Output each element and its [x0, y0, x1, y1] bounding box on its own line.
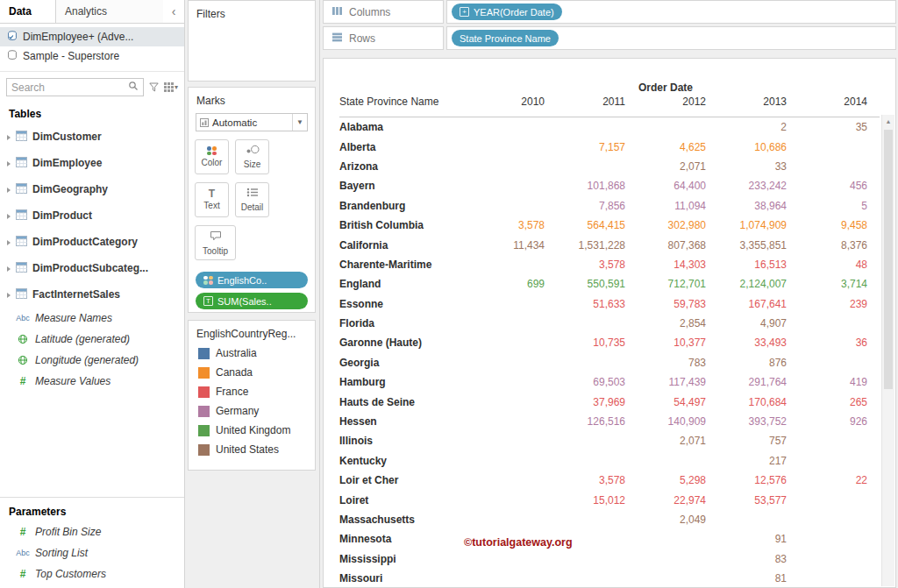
state-name: Loir et Cher — [339, 474, 464, 486]
table-row[interactable]: Arizona2,07133 — [339, 157, 895, 176]
legend-item[interactable]: United States — [189, 440, 315, 459]
marks-card: Marks Automatic ▼ Color Size T Text Deta… — [188, 87, 316, 313]
year-header[interactable]: 2010 — [464, 96, 545, 108]
filters-card[interactable]: Filters — [188, 0, 316, 81]
year-header[interactable]: 2011 — [545, 96, 625, 108]
expand-chevron-icon[interactable] — [7, 131, 11, 143]
table-row[interactable]: Kentucky217 — [339, 451, 895, 471]
table-row[interactable]: Florida2,8544,907 — [339, 314, 895, 333]
expand-chevron-icon[interactable] — [7, 288, 11, 301]
sidebar-table-item[interactable]: FactInternetSales — [0, 281, 184, 308]
state-name: Massachusetts — [339, 514, 464, 526]
parameter-item[interactable]: AbcSorting List — [0, 542, 184, 563]
sidebar-table-item[interactable]: DimEmployee — [0, 150, 184, 176]
state-name: Arizona — [339, 160, 464, 173]
table-row[interactable]: Georgia783876 — [339, 353, 895, 372]
legend-item[interactable]: France — [189, 382, 315, 401]
sidebar-table-item[interactable]: DimCustomer — [0, 124, 184, 150]
columns-shelf[interactable]: + YEAR(Order Date) — [446, 0, 896, 24]
legend-item[interactable]: United Kingdom — [189, 421, 315, 440]
size-button[interactable]: Size — [235, 139, 269, 174]
datasource-icon — [7, 31, 18, 44]
table-row[interactable]: California11,4341,531,228807,3683,355,85… — [339, 235, 895, 254]
rows-shelf[interactable]: State Province Name — [446, 26, 896, 50]
scroll-up-icon[interactable]: ▲ — [882, 115, 894, 128]
table-row[interactable]: Alberta7,1574,62510,686 — [339, 137, 895, 156]
sidebar-field-item[interactable]: Latitude (generated) — [0, 329, 184, 350]
sidebar-field-item[interactable]: #Measure Values — [0, 371, 184, 392]
expand-chevron-icon[interactable] — [7, 183, 11, 195]
table-row[interactable]: Garonne (Haute)10,73510,37733,49336 — [339, 333, 895, 352]
table-row[interactable]: Charente-Maritime3,57814,30316,51348 — [339, 255, 895, 274]
vertical-scrollbar[interactable]: ▲ — [881, 115, 894, 586]
state-name: Hamburg — [339, 376, 464, 388]
sales-value: 48 — [787, 259, 867, 271]
table-row[interactable]: Loiret15,01222,97453,577 — [339, 490, 895, 509]
expand-chevron-icon[interactable] — [7, 157, 11, 169]
table-row[interactable]: Hessen126,516140,909393,752926 — [339, 412, 895, 431]
sidebar-table-item[interactable]: DimProductCategory — [0, 229, 184, 255]
parameter-item[interactable]: #Profit Bin Size — [0, 521, 184, 542]
sidebar-table-item[interactable]: DimGeography — [0, 176, 184, 202]
parameter-item[interactable]: #Top Customers — [0, 563, 184, 584]
columns-pill-year-order-date[interactable]: + YEAR(Order Date) — [452, 4, 562, 20]
rows-pill-state-province-name[interactable]: State Province Name — [452, 30, 559, 46]
legend-label: France — [216, 386, 248, 398]
pill-label: State Province Name — [460, 33, 551, 44]
filter-fields-icon[interactable] — [149, 82, 159, 92]
table-row[interactable]: Minnesota91 — [339, 529, 895, 549]
legend-item[interactable]: Canada — [189, 363, 315, 382]
datasource-item[interactable]: Sample - Superstore — [0, 46, 184, 66]
year-header[interactable]: 2014 — [787, 96, 867, 108]
view-options-icon[interactable]: ▾ — [164, 82, 178, 92]
legend-item[interactable]: Germany — [189, 401, 315, 421]
year-header[interactable]: 2013 — [706, 96, 787, 108]
collapse-pane-icon[interactable]: ‹ — [163, 0, 184, 23]
text-shelf-pill[interactable]: T SUM(Sales.. — [196, 293, 308, 309]
year-header[interactable]: 2012 — [625, 96, 706, 108]
search-input[interactable]: Search — [6, 78, 144, 96]
table-icon — [16, 209, 27, 223]
table-row[interactable]: Brandenburg7,85611,09438,9645 — [339, 196, 895, 216]
mark-type-dropdown[interactable]: Automatic ▼ — [196, 113, 308, 131]
expand-hierarchy-icon[interactable]: + — [460, 7, 469, 17]
color-button[interactable]: Color — [195, 139, 229, 174]
sales-value: 33 — [706, 160, 787, 173]
color-shelf-pill[interactable]: EnglishCo.. — [196, 272, 308, 288]
sales-value: 64,400 — [625, 180, 706, 192]
sidebar-field-item[interactable]: Longitude (generated) — [0, 350, 184, 371]
table-row[interactable]: Missouri81 — [339, 569, 895, 588]
detail-button[interactable]: Detail — [235, 182, 269, 217]
tooltip-button[interactable]: Tooltip — [195, 225, 236, 260]
table-row[interactable]: British Columbia3,578564,415302,9801,074… — [339, 216, 895, 235]
sidebar-field-item[interactable]: AbcMeasure Names — [0, 308, 184, 329]
table-row[interactable]: Mississippi83 — [339, 549, 895, 569]
tab-analytics[interactable]: Analytics — [56, 0, 163, 23]
visualization: Order Date State Province Name 201020112… — [323, 58, 896, 588]
sales-value: 2,049 — [625, 514, 706, 526]
table-row[interactable]: Essonne51,63359,783167,641239 — [339, 294, 895, 314]
expand-chevron-icon[interactable] — [7, 262, 11, 274]
table-row[interactable]: Illinois2,071757 — [339, 431, 895, 450]
scrollbar-thumb[interactable] — [884, 130, 893, 389]
sales-value: 550,591 — [545, 278, 625, 290]
sales-value: 81 — [706, 572, 787, 584]
table-row[interactable]: Hamburg69,503117,439291,764419 — [339, 372, 895, 392]
text-button[interactable]: T Text — [195, 182, 229, 217]
expand-chevron-icon[interactable] — [7, 209, 11, 222]
sidebar-table-item[interactable]: DimProduct — [0, 202, 184, 229]
legend-item[interactable]: Australia — [189, 344, 315, 363]
sales-value: 4,907 — [706, 317, 787, 329]
parameter-label: Profit Bin Size — [35, 526, 101, 538]
table-row[interactable]: Bayern101,86864,400233,242456 — [339, 176, 895, 195]
table-row[interactable]: England699550,591712,7012,124,0073,714 — [339, 274, 895, 294]
sidebar-table-item[interactable]: DimProductSubcateg... — [0, 255, 184, 281]
table-row[interactable]: Hauts de Seine37,96954,497170,684265 — [339, 392, 895, 411]
table-row[interactable]: Massachusetts2,049 — [339, 510, 895, 529]
expand-chevron-icon[interactable] — [7, 236, 11, 248]
datasource-item-active[interactable]: DimEmployee+ (Adve... — [0, 27, 184, 46]
table-label: DimCustomer — [32, 131, 102, 143]
table-row[interactable]: Alabama235 — [339, 117, 895, 137]
table-row[interactable]: Loir et Cher3,5785,29812,57622 — [339, 471, 895, 490]
tab-data[interactable]: Data — [0, 0, 56, 23]
